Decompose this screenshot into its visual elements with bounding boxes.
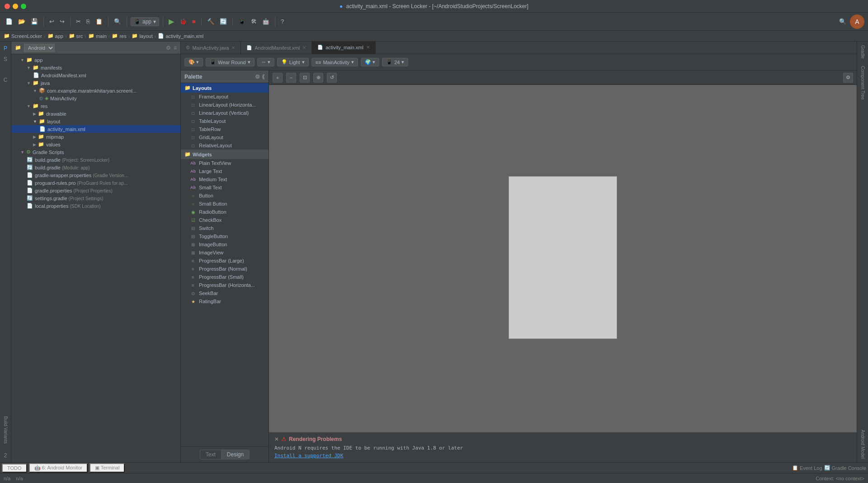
palette-item-mediumtext[interactable]: Ab Medium Text xyxy=(181,175,269,183)
tree-item-gradle-scripts[interactable]: ▼ ⚙ Gradle Scripts xyxy=(11,148,180,156)
paste-button[interactable]: 📋 xyxy=(94,17,104,26)
tab-androidmanifest[interactable]: 📄 AndroidManifest.xml ✕ xyxy=(241,42,312,54)
breadcrumb-layout[interactable]: 📁 layout xyxy=(132,33,152,39)
zoom-out-button[interactable]: − xyxy=(286,73,296,83)
breadcrumb-activity-main[interactable]: 📄 activity_main.xml xyxy=(158,33,203,39)
help-button[interactable]: ? xyxy=(279,17,286,26)
minimize-button[interactable] xyxy=(13,4,18,9)
breadcrumb-app[interactable]: 📁 app xyxy=(47,33,63,39)
build-button[interactable]: 🔨 xyxy=(205,17,216,26)
tree-item-settings-gradle[interactable]: 🔄 settings.gradle (Project Settings) xyxy=(11,194,180,202)
tree-item-build-gradle-app[interactable]: 🔄 build.gradle (Module: app) xyxy=(11,164,180,171)
palette-item-plaintextview[interactable]: Ab Plain TextView xyxy=(181,159,269,167)
palette-item-largetext[interactable]: Ab Large Text xyxy=(181,167,269,175)
tree-item-activity-main[interactable]: 📄 activity_main.xml xyxy=(11,125,180,133)
structure-strip-icon[interactable]: S xyxy=(0,54,10,64)
tab-activity-main-close[interactable]: ✕ xyxy=(366,45,370,50)
tab-mainactivity[interactable]: © MainActivity.java ✕ xyxy=(181,42,241,54)
sync-project-button[interactable]: ⚙ xyxy=(166,45,171,51)
favorites-strip-icon[interactable]: 2 xyxy=(0,450,10,460)
palette-item-gridlayout[interactable]: □ GridLayout xyxy=(181,133,269,141)
tree-item-androidmanifest[interactable]: 📄 AndroidManifest.xml xyxy=(11,71,180,79)
tree-item-gradle-properties[interactable]: 📄 gradle.properties (Project Properties) xyxy=(11,187,180,194)
save-button[interactable]: 💾 xyxy=(29,17,40,26)
tab-activity-main[interactable]: 📄 activity_main.xml ✕ xyxy=(312,42,376,54)
refresh-button[interactable]: ↺ xyxy=(327,73,337,83)
palette-item-radiobutton[interactable]: ◉ RadioButton xyxy=(181,208,269,216)
android-model-tab[interactable]: Android Model xyxy=(859,426,867,462)
palette-item-imagebutton[interactable]: ⊞ ImageButton xyxy=(181,240,269,249)
avd-button[interactable]: 📱 xyxy=(236,17,247,26)
palette-item-tablelayout[interactable]: □ TableLayout xyxy=(181,117,269,125)
install-jdk-link[interactable]: Install a supported JDK xyxy=(274,453,343,459)
tree-item-drawable[interactable]: ▶ 📁 drawable xyxy=(11,110,180,117)
palette-item-framelayout[interactable]: □ FrameLayout xyxy=(181,93,269,101)
terminal-bottom-tab[interactable]: ▣ Terminal xyxy=(90,463,125,473)
app-module-dropdown[interactable]: 📱 app ▾ xyxy=(131,17,159,26)
palette-item-progressbar-h[interactable]: ≡ ProgressBar (Horizonta... xyxy=(181,281,269,289)
wear-round-btn[interactable]: 📱 Wear Round ▾ xyxy=(206,58,255,66)
breadcrumb-main[interactable]: 📁 main xyxy=(88,33,107,39)
tree-item-values[interactable]: ▶ 📁 values xyxy=(11,141,180,148)
zoom-fit-button[interactable]: ⊡ xyxy=(300,73,310,83)
stop-button[interactable]: ■ xyxy=(190,17,198,26)
activity-btn[interactable]: ≡≡ MainActivity ▾ xyxy=(311,58,359,66)
zoom-in-button[interactable]: + xyxy=(273,73,283,83)
tree-item-proguard[interactable]: 📄 proguard-rules.pro (ProGuard Rules for… xyxy=(11,179,180,187)
palette-item-linearlayout-v[interactable]: □ LinearLayout (Vertical) xyxy=(181,109,269,117)
palette-item-progressbar-large[interactable]: ≡ ProgressBar (Large) xyxy=(181,257,269,265)
tree-item-gradle-wrapper[interactable]: 📄 gradle-wrapper.properties (Gradle Vers… xyxy=(11,171,180,179)
palette-btn[interactable]: 🎨 ▾ xyxy=(184,58,203,66)
project-view-dropdown[interactable]: Android xyxy=(24,44,55,52)
palette-item-ratingbar[interactable]: ★ RatingBar xyxy=(181,297,269,305)
component-tree-tab[interactable]: Component Tree xyxy=(859,62,867,103)
palette-category-layouts[interactable]: 📁 Layouts xyxy=(181,83,269,93)
canvas-content[interactable]: ✕ ⚠ Rendering Problems Android N require… xyxy=(269,85,857,462)
palette-item-linearlayout-h[interactable]: □ LinearLayout (Horizonta... xyxy=(181,101,269,109)
new-file-button[interactable]: 📄 xyxy=(4,17,14,26)
build-variants-strip[interactable]: Build Variants xyxy=(1,412,10,448)
project-settings-button[interactable]: ≡ xyxy=(174,45,177,51)
tab-androidmanifest-close[interactable]: ✕ xyxy=(302,45,306,50)
close-button[interactable] xyxy=(5,4,10,9)
open-button[interactable]: 📂 xyxy=(16,17,27,26)
palette-search-icon[interactable]: ⚙ xyxy=(255,74,260,80)
tree-item-build-gradle-project[interactable]: 🔄 build.gradle (Project: ScreenLocker) xyxy=(11,156,180,164)
tree-item-res[interactable]: ▼ 📁 res xyxy=(11,102,180,110)
cut-button[interactable]: ✂ xyxy=(74,17,83,26)
event-log-button[interactable]: 📋 Event Log xyxy=(792,465,822,471)
palette-item-relativelayout[interactable]: □ RelativeLayout xyxy=(181,141,269,150)
design-tab[interactable]: Design xyxy=(221,450,250,460)
debug-button[interactable]: 🐞 xyxy=(178,17,189,26)
project-strip-icon[interactable]: P xyxy=(0,43,10,53)
android-monitor-bottom-tab[interactable]: 🤖 6: Android Monitor xyxy=(29,463,88,473)
palette-item-progressbar-small[interactable]: ≡ ProgressBar (Small) xyxy=(181,273,269,281)
palette-item-imageview[interactable]: ⊞ ImageView xyxy=(181,249,269,257)
zoom-reset-button[interactable]: ⊕ xyxy=(313,73,323,83)
orientation-btn[interactable]: ↔ ▾ xyxy=(257,58,274,66)
breadcrumb-screenlocker[interactable]: 📁 ScreenLocker xyxy=(4,33,42,39)
android-button[interactable]: 🤖 xyxy=(260,17,271,26)
palette-item-progressbar-normal[interactable]: ≡ ProgressBar (Normal) xyxy=(181,265,269,273)
tree-item-java[interactable]: ▼ 📁 java xyxy=(11,79,180,87)
palette-item-checkbox[interactable]: ☑ CheckBox xyxy=(181,216,269,224)
todo-bottom-tab[interactable]: TODO xyxy=(2,464,27,473)
gradle-tab[interactable]: Gradle xyxy=(859,42,867,62)
tree-item-mipmap[interactable]: ▶ 📁 mipmap xyxy=(11,133,180,141)
palette-item-tablerow[interactable]: □ TableRow xyxy=(181,125,269,133)
canvas-settings-button[interactable]: ⚙ xyxy=(843,73,853,83)
find-button[interactable]: 🔍 xyxy=(112,17,123,26)
search-everywhere-button[interactable]: 🔍 xyxy=(837,17,848,26)
palette-item-switch[interactable]: ⊟ Switch xyxy=(181,224,269,232)
palette-item-button[interactable]: ○ Button xyxy=(181,192,269,200)
run-button[interactable]: ▶ xyxy=(167,16,176,27)
tree-item-local-properties[interactable]: 📄 local.properties (SDK Location) xyxy=(11,202,180,210)
palette-item-smalltext[interactable]: Ab Small Text xyxy=(181,183,269,192)
tab-mainactivity-close[interactable]: ✕ xyxy=(231,45,235,50)
tree-item-package[interactable]: ▼ 📦 com.example.maratmkhitaryan.screenl.… xyxy=(11,87,180,94)
undo-button[interactable]: ↩ xyxy=(47,17,56,26)
sdk-button[interactable]: 🛠 xyxy=(249,17,259,26)
sync-button[interactable]: 🔄 xyxy=(218,17,229,26)
sdk-version-btn[interactable]: 📱 24 ▾ xyxy=(382,58,408,66)
palette-layout-icon[interactable]: ⟪ xyxy=(262,74,265,80)
